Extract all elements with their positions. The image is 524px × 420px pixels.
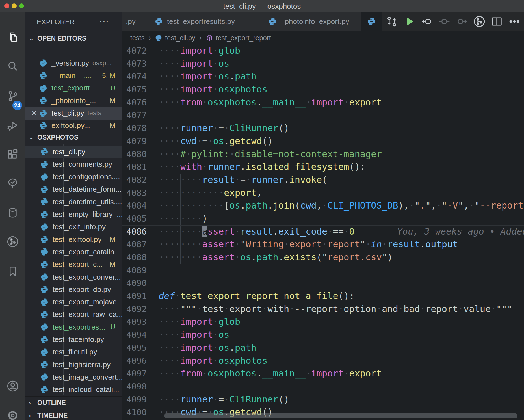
- extensions-icon[interactable]: [7, 148, 19, 161]
- code-token: join: [273, 200, 295, 211]
- section-outline[interactable]: › OUTLINE: [25, 396, 122, 409]
- open-editor-exiftool-py-[interactable]: exiftool.py...M: [25, 120, 122, 132]
- code-line-4086[interactable]: 4086········assert·result.exit_code·==·0…: [122, 225, 524, 238]
- git-graph-icon[interactable]: [7, 235, 19, 248]
- tab-photoinfo-export[interactable]: _photoinfo_export.py: [261, 12, 361, 31]
- code-line-4074[interactable]: 4074····import·os.path: [122, 70, 524, 83]
- code-line-4099[interactable]: 4099····runner·=·CliRunner(): [122, 393, 524, 406]
- tab-test-exportresults[interactable]: test_exportresults.py: [148, 12, 262, 31]
- tree-item-test_exiftool-py[interactable]: test_exiftool.pyM: [25, 233, 122, 246]
- code-line-4098[interactable]: 4098: [122, 380, 524, 393]
- code-line-4072[interactable]: 4072····import·glob: [122, 44, 524, 57]
- search-icon[interactable]: [7, 60, 19, 72]
- python-file-icon: [40, 198, 49, 206]
- tree-item-test_fileutil-py[interactable]: test_fileutil.py: [25, 346, 122, 358]
- horizontal-scrollbar[interactable]: [164, 413, 517, 418]
- tree-item-test_exif_info-py[interactable]: test_exif_info.py: [25, 221, 122, 233]
- code-line-4081[interactable]: 4081····with·runner.isolated_filesystem(…: [122, 161, 524, 174]
- tree-item-test_incloud_catali-[interactable]: test_incloud_catali...: [25, 384, 122, 396]
- git-graph-icon[interactable]: [471, 15, 487, 28]
- settings-gear-icon[interactable]: [7, 409, 19, 420]
- explorer-icon[interactable]: [7, 31, 19, 43]
- database-icon[interactable]: [7, 207, 19, 219]
- tree-item-test_export_conver-[interactable]: test_export_conver...: [25, 271, 122, 283]
- code-line-4087[interactable]: 4087········assert·"Writing·export·repor…: [122, 238, 524, 251]
- code-editor[interactable]: 4072····import·glob4073····import·os4074…: [122, 44, 524, 420]
- open-editor-_photoinfo_-[interactable]: _photoinfo_...M: [25, 94, 122, 107]
- tree-item-test_export_catalin-[interactable]: test_export_catalin...: [25, 246, 122, 258]
- more-actions-icon[interactable]: [506, 15, 522, 28]
- bookmarks-icon[interactable]: [7, 265, 19, 278]
- tree-item-test_comments-py[interactable]: test_comments.py: [25, 158, 122, 170]
- code-line-4088[interactable]: 4088········assert·os.path.exists("repor…: [122, 251, 524, 264]
- line-number: 4081: [122, 161, 147, 174]
- navigate-circle-icon[interactable]: [436, 15, 452, 28]
- tree-item-test_export_db-py[interactable]: test_export_db.py: [25, 283, 122, 296]
- section-timeline[interactable]: › TIMELINE: [25, 409, 122, 420]
- code-line-4091[interactable]: 4091def·test_export_report_not_a_file():: [122, 290, 524, 303]
- open-editor-test_exportr-[interactable]: test_exportr...U: [25, 82, 122, 94]
- code-line-4077[interactable]: 4077: [122, 109, 524, 122]
- tree-item-test_empty_library_-[interactable]: test_empty_library_...: [25, 208, 122, 221]
- line-number: 4073: [122, 57, 147, 70]
- code-line-4075[interactable]: 4075····import·osxphotos: [122, 83, 524, 96]
- open-editor-test_cli-py[interactable]: ✕ test_cli.pytests: [25, 107, 122, 120]
- code-line-4082[interactable]: 4082········result·=·runner.invoke(: [122, 174, 524, 187]
- breadcrumb-tests[interactable]: tests: [130, 34, 145, 42]
- test-tree-icon[interactable]: [7, 177, 19, 190]
- tree-item-test_configoptions-[interactable]: test_configoptions....: [25, 171, 122, 183]
- code-line-4092[interactable]: 4092····"""·test·export·with·--report·op…: [122, 303, 524, 316]
- code-line-4076[interactable]: 4076····from·osxphotos.__main__·import·e…: [122, 96, 524, 109]
- tree-item-test_export_mojave-[interactable]: test_export_mojave...: [25, 296, 122, 308]
- code-line-4096[interactable]: 4096····import·osxphotos: [122, 354, 524, 367]
- run-and-debug-icon[interactable]: [7, 119, 19, 131]
- tree-item-test_faceinfo-py[interactable]: test_faceinfo.py: [25, 334, 122, 346]
- code-line-4089[interactable]: 4089: [122, 264, 524, 277]
- tree-item-test_datetime_utils-[interactable]: test_datetime_utils....: [25, 196, 122, 208]
- line-number: 4090: [122, 277, 147, 290]
- section-osxphotos[interactable]: ⌄ OSXPHOTOS: [25, 131, 122, 144]
- code-line-4073[interactable]: 4073····import·os: [122, 57, 524, 70]
- tree-item-test_exportres-[interactable]: test_exportres...U: [25, 321, 122, 333]
- code-line-4080[interactable]: 4080····#·pylint:·disable=not-context-ma…: [122, 148, 524, 161]
- code-line-4084[interactable]: 4084············[os.path.join(cwd,·CLI_P…: [122, 199, 524, 212]
- compare-changes-icon[interactable]: [384, 15, 400, 28]
- code-token: ·: [289, 304, 295, 314]
- open-editor-_version-py[interactable]: _version.pyosxp...: [25, 57, 122, 69]
- tree-item-test_export_raw_ca-[interactable]: test_export_raw_ca...: [25, 308, 122, 321]
- code-token: ,: [464, 200, 469, 211]
- tab-active-python-stub[interactable]: [361, 12, 382, 31]
- split-editor-icon[interactable]: [489, 15, 505, 28]
- breadcrumb-symbol[interactable]: test_export_report: [216, 34, 271, 42]
- breadcrumb-file[interactable]: test_cli.py: [165, 34, 195, 42]
- code-line-4085[interactable]: 4085········): [122, 212, 524, 225]
- code-line-4094[interactable]: 4094····import·os: [122, 328, 524, 341]
- code-line-4090[interactable]: 4090: [122, 277, 524, 290]
- tab-partial-py[interactable]: .py: [122, 12, 152, 31]
- tree-item-test_cli-py[interactable]: test_cli.py: [25, 146, 122, 158]
- navigate-back-icon[interactable]: [419, 15, 435, 28]
- code-token: ·: [213, 84, 218, 95]
- close-editor-icon[interactable]: ✕: [29, 109, 39, 118]
- tree-item-test_highsierra-py[interactable]: test_highsierra.py: [25, 358, 122, 371]
- explorer-more-actions-icon[interactable]: ⋯: [99, 15, 109, 27]
- navigate-forward-icon[interactable]: [454, 15, 470, 28]
- section-open-editors[interactable]: ⌄ OPEN EDITORS: [25, 32, 122, 45]
- code-line-4079[interactable]: 4079····cwd·=·os.getcwd(): [122, 135, 524, 148]
- code-line-4078[interactable]: 4078····runner·=·CliRunner(): [122, 122, 524, 135]
- code-line-4093[interactable]: 4093····import·glob: [122, 315, 524, 328]
- account-icon[interactable]: [7, 380, 19, 392]
- run-python-file-icon[interactable]: [401, 15, 417, 28]
- code-line-4095[interactable]: 4095····import·os.path: [122, 341, 524, 354]
- code-token: .: [251, 252, 257, 263]
- tree-item-test_datetime_form-[interactable]: test_datetime_form...: [25, 183, 122, 196]
- open-editor-__main__-[interactable]: __main__....5, M: [25, 70, 122, 82]
- tree-item-test_export_c-[interactable]: test_export_c...M: [25, 258, 122, 271]
- line-number: 4089: [122, 264, 147, 277]
- code-line-4097[interactable]: 4097····from·osxphotos.__main__·import·e…: [122, 367, 524, 380]
- code-line-4083[interactable]: 4083············export,: [122, 187, 524, 200]
- code-token: .: [229, 342, 235, 353]
- tree-item-test_image_convert-[interactable]: test_image_convert...: [25, 371, 122, 383]
- code-token: ·: [491, 304, 496, 314]
- line-number: 4093: [122, 315, 147, 328]
